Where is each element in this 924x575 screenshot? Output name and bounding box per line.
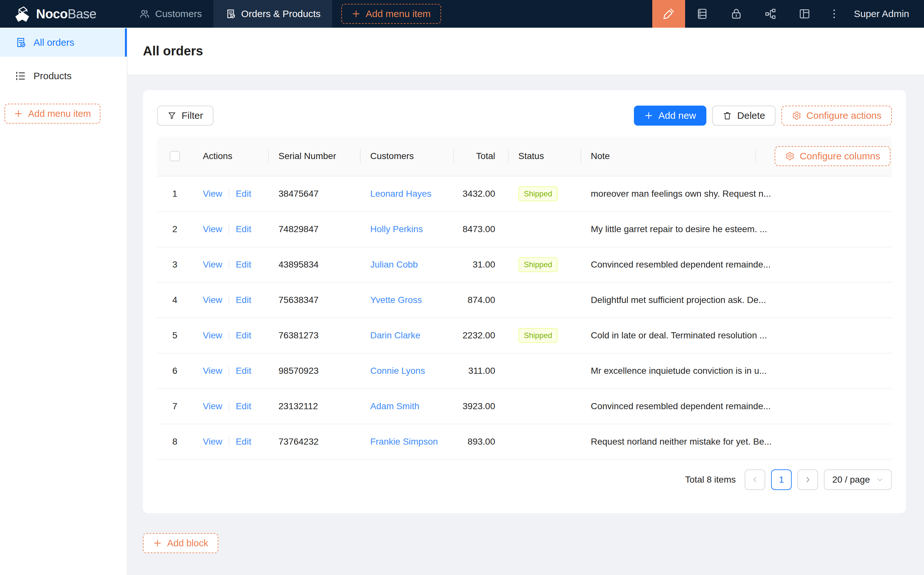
- row-actions: View Edit: [192, 189, 268, 199]
- logo[interactable]: NocoBase: [0, 0, 127, 28]
- view-link[interactable]: View: [203, 366, 222, 376]
- more-button[interactable]: [822, 0, 847, 28]
- table-row: 1 View Edit 38475647 Leonard Hayes 3432.…: [157, 176, 892, 212]
- permissions-button[interactable]: [719, 0, 753, 28]
- serial-number-cell: 38475647: [268, 189, 360, 199]
- delete-button[interactable]: Delete: [712, 106, 776, 125]
- nav-tab-orders-products[interactable]: Orders & Products: [213, 0, 332, 28]
- pagination: Total 8 items 1 20 / page: [157, 469, 892, 490]
- serial-number-cell: 23132112: [268, 401, 360, 411]
- page-title: All orders: [143, 44, 203, 58]
- table-row: 7 View Edit 23132112 Adam Smith 3923.00 …: [157, 389, 892, 424]
- customer-link[interactable]: Connie Lyons: [370, 366, 425, 376]
- customers-icon: [139, 8, 150, 19]
- customer-cell: Julian Cobb: [360, 259, 453, 270]
- add-block-button[interactable]: Add block: [143, 533, 218, 553]
- edit-link[interactable]: Edit: [236, 437, 251, 447]
- note-cell: Convinced resembled dependent remainde..…: [581, 401, 892, 411]
- action-divider: [229, 295, 229, 305]
- customer-link[interactable]: Frankie Simpson: [370, 437, 438, 447]
- orders-icon: [225, 8, 236, 19]
- add-new-button[interactable]: Add new: [634, 106, 706, 125]
- customer-link[interactable]: Leonard Hayes: [370, 189, 432, 199]
- workflow-button[interactable]: [753, 0, 787, 28]
- main-nav: Customers Orders & Products: [127, 0, 332, 28]
- total-cell: 2232.00: [453, 330, 508, 341]
- edit-link[interactable]: Edit: [236, 330, 251, 341]
- view-link[interactable]: View: [203, 401, 222, 411]
- edit-link[interactable]: Edit: [236, 189, 251, 199]
- total-cell: 311.00: [453, 366, 508, 376]
- pagination-total: Total 8 items: [685, 475, 736, 485]
- configure-actions-button[interactable]: Configure actions: [781, 106, 892, 125]
- status-badge: Shipped: [518, 186, 557, 201]
- status-badge: Shipped: [518, 257, 557, 272]
- edit-link[interactable]: Edit: [236, 224, 251, 234]
- edit-link[interactable]: Edit: [236, 295, 251, 305]
- action-divider: [229, 402, 229, 411]
- header-add-menu-item-button[interactable]: Add menu item: [341, 4, 441, 24]
- user-menu[interactable]: Super Admin: [847, 8, 924, 19]
- row-index: 5: [157, 330, 192, 341]
- column-header-total: Total: [453, 137, 508, 176]
- filter-button[interactable]: Filter: [157, 106, 213, 125]
- view-link[interactable]: View: [203, 189, 222, 199]
- add-new-label: Add new: [658, 110, 696, 121]
- orders-table: Actions Serial Number Customers Total St…: [157, 137, 892, 460]
- ui-editor-button[interactable]: [652, 0, 685, 28]
- view-link[interactable]: View: [203, 437, 222, 447]
- total-cell: 8473.00: [453, 224, 508, 234]
- order-check-icon: [15, 37, 26, 48]
- row-actions: View Edit: [192, 366, 268, 376]
- page-size-select[interactable]: 20 / page: [824, 469, 892, 490]
- status-cell: Shipped: [508, 328, 581, 343]
- view-link[interactable]: View: [203, 259, 222, 270]
- customer-cell: Yvette Gross: [360, 295, 453, 305]
- edit-link[interactable]: Edit: [236, 401, 251, 411]
- configure-columns-cell: Configure columns: [755, 137, 892, 176]
- customer-link[interactable]: Holly Perkins: [370, 224, 423, 234]
- table-toolbar: Filter Add new Delete Conf: [157, 106, 892, 125]
- orders-table-block: Filter Add new Delete Conf: [143, 90, 906, 513]
- plugin-settings-button[interactable]: [787, 0, 822, 28]
- customer-link[interactable]: Julian Cobb: [370, 259, 418, 270]
- sidebar-item-products[interactable]: Products: [0, 62, 127, 90]
- configure-columns-button[interactable]: Configure columns: [775, 146, 891, 166]
- gear-icon: [792, 111, 801, 121]
- pagination-page-1[interactable]: 1: [771, 469, 792, 490]
- sidebar-item-label: All orders: [33, 37, 75, 48]
- customer-link[interactable]: Yvette Gross: [370, 295, 422, 305]
- customer-cell: Connie Lyons: [360, 366, 453, 376]
- view-link[interactable]: View: [203, 330, 222, 341]
- logo-text: NocoBase: [36, 7, 96, 21]
- page-size-value: 20 / page: [832, 475, 870, 485]
- column-header-note: Note: [581, 137, 755, 176]
- chevron-right-icon: [804, 476, 812, 484]
- serial-number-cell: 98570923: [268, 366, 360, 376]
- nav-tab-customers[interactable]: Customers: [127, 0, 213, 28]
- configure-actions-label: Configure actions: [807, 110, 881, 121]
- sidebar-add-menu-item-button[interactable]: Add menu item: [5, 104, 100, 124]
- edit-link[interactable]: Edit: [236, 366, 251, 376]
- view-link[interactable]: View: [203, 295, 222, 305]
- collections-button[interactable]: [685, 0, 719, 28]
- view-link[interactable]: View: [203, 224, 222, 234]
- row-index: 4: [157, 295, 192, 305]
- pagination-prev-button[interactable]: [745, 469, 765, 490]
- table-body: 1 View Edit 38475647 Leonard Hayes 3432.…: [157, 176, 892, 460]
- pagination-next-button[interactable]: [797, 469, 818, 490]
- note-text: Convinced resembled dependent remainde..…: [591, 259, 771, 270]
- sidebar: All orders Products Add menu item: [0, 28, 127, 575]
- customer-link[interactable]: Adam Smith: [370, 401, 419, 411]
- serial-number-cell: 73764232: [268, 437, 360, 447]
- action-divider: [229, 224, 229, 234]
- customer-link[interactable]: Darin Clarke: [370, 330, 421, 341]
- more-icon: [828, 8, 840, 20]
- layout-icon: [799, 8, 811, 20]
- row-actions: View Edit: [192, 259, 268, 270]
- row-index: 1: [157, 189, 192, 199]
- table-row: 5 View Edit 76381273 Darin Clarke 2232.0…: [157, 318, 892, 354]
- sidebar-item-all-orders[interactable]: All orders: [0, 28, 127, 57]
- select-all-checkbox[interactable]: [170, 151, 180, 161]
- edit-link[interactable]: Edit: [236, 259, 251, 270]
